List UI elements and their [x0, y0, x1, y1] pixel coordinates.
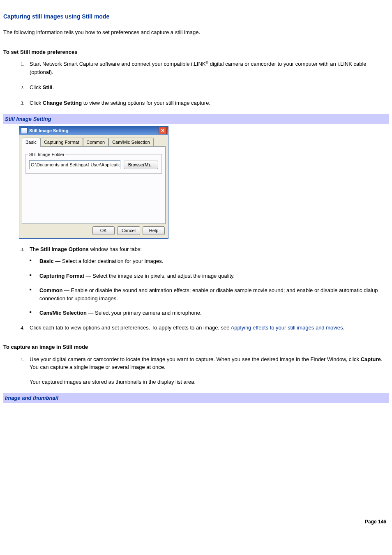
close-icon[interactable]: ✕: [159, 127, 167, 134]
step-text: Click: [30, 100, 43, 106]
step-text: Start Network Smart Capture software and…: [30, 61, 205, 67]
dialog-body: Basic Capturing Format Common Cam/Mic Se…: [19, 135, 168, 238]
opt-desc: — Select a folder destination for your i…: [54, 258, 164, 264]
capture-steps-list: Use your digital camera or camcorder to …: [3, 355, 389, 386]
opt-desc: — Select your primary camera and microph…: [87, 310, 202, 316]
cancel-button[interactable]: Cancel: [117, 226, 140, 235]
opt-name: Common: [39, 287, 62, 293]
window-icon: [21, 127, 28, 134]
page-number: Page 146: [3, 518, 389, 525]
step-text: .: [53, 84, 54, 90]
prefs-steps-list: Start Network Smart Capture software and…: [3, 60, 389, 107]
still-image-setting-dialog: Still Image Setting ✕ Basic Capturing Fo…: [19, 126, 168, 239]
step-bold: Still: [43, 84, 53, 90]
step-note: Your captured images are stored as thumb…: [30, 378, 385, 386]
still-image-folder-group: Still Image Folder C:\Documents and Sett…: [25, 154, 162, 174]
ok-button[interactable]: OK: [92, 226, 115, 235]
tab-panel-basic: Still Image Folder C:\Documents and Sett…: [22, 147, 166, 224]
step-text: to view the setting options for your sti…: [82, 100, 210, 106]
step-text: Click each tab to view options and set p…: [30, 325, 231, 331]
options-text: The: [30, 246, 40, 252]
step-item: Click Still.: [30, 83, 389, 92]
dialog-titlebar: Still Image Setting ✕: [19, 126, 168, 135]
step-bold: Change Setting: [43, 100, 82, 106]
prefs-steps-continued: The Still Image Options window has four …: [3, 245, 389, 332]
dialog-button-row: OK Cancel Help: [22, 224, 166, 235]
step-bold: Capture: [361, 356, 381, 362]
options-bold: Still Image Options: [40, 246, 89, 252]
page-title: Capturing still images using Still mode: [3, 12, 389, 21]
opt-desc: — Select the image size in pixels, and a…: [84, 273, 235, 279]
step-item: Use your digital camera or camcorder to …: [30, 355, 389, 386]
applying-effects-link[interactable]: Applying effects to your still images an…: [231, 325, 344, 331]
opt-name: Capturing Format: [39, 273, 84, 279]
dialog-title: Still Image Setting: [29, 127, 159, 134]
prefs-subhead: To set Still mode preferences: [3, 48, 389, 56]
list-item: Common — Enable or disable the sound and…: [30, 286, 385, 302]
step-item: Click each tab to view options and set p…: [30, 324, 389, 332]
options-list: Basic — Select a folder destination for …: [30, 257, 385, 317]
tab-capturing-format[interactable]: Capturing Format: [40, 138, 83, 147]
browse-button[interactable]: Browse(M)...: [124, 161, 158, 169]
list-item: Capturing Format — Select the image size…: [30, 272, 385, 280]
dialog-illustration: Still Image Setting ✕ Basic Capturing Fo…: [19, 126, 389, 239]
list-item: Basic — Select a folder destination for …: [30, 257, 385, 265]
capture-subhead: To capture an image in Still mode: [3, 343, 389, 351]
options-intro-line: The Still Image Options window has four …: [30, 245, 389, 317]
step-text: Click: [30, 84, 43, 90]
opt-name: Basic: [39, 258, 54, 264]
step-item: Click Change Setting to view the setting…: [30, 99, 389, 107]
tab-common[interactable]: Common: [83, 138, 109, 147]
folder-path-field[interactable]: C:\Documents and Settings\J User\Applica…: [29, 160, 120, 169]
opt-desc: — Enable or disable the sound and animat…: [39, 287, 378, 302]
tab-cam-mic-selection[interactable]: Cam/Mic Selection: [108, 138, 154, 147]
figure-caption: Image and thumbnail: [3, 393, 389, 403]
options-text: window has four tabs:: [89, 246, 142, 252]
intro-paragraph: The following information tells you how …: [3, 28, 389, 37]
step-text: Use your digital camera or camcorder to …: [30, 356, 361, 362]
figure-caption: Still Image Setting: [3, 114, 389, 124]
help-button[interactable]: Help: [143, 226, 165, 235]
tab-strip: Basic Capturing Format Common Cam/Mic Se…: [22, 138, 166, 147]
tab-basic[interactable]: Basic: [22, 138, 40, 147]
list-item: Cam/Mic Selection — Select your primary …: [30, 309, 385, 317]
group-label: Still Image Folder: [28, 151, 65, 158]
step-item: Start Network Smart Capture software and…: [30, 60, 389, 76]
opt-name: Cam/Mic Selection: [39, 310, 87, 316]
